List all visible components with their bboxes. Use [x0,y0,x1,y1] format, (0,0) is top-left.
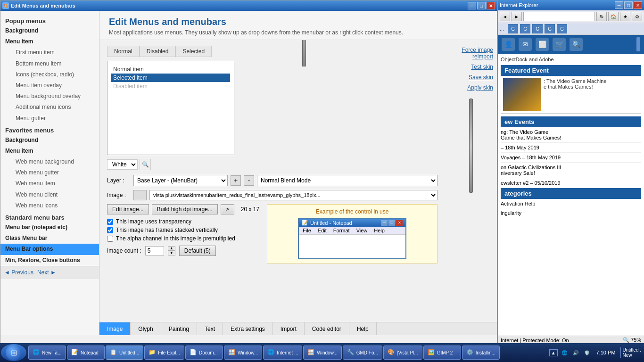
restore-button[interactable]: □ [477,2,486,9]
tab-extra[interactable]: Extra settings [223,322,273,335]
np-close[interactable]: ✕ [396,220,403,226]
search-button[interactable]: 🔍 [140,159,151,170]
sidebar-item-web-item[interactable]: Web menu item [0,178,99,189]
np-minimize[interactable]: ─ [381,220,388,226]
browser-icon-search[interactable]: 🔍 [570,38,583,51]
taskbar-item-gimp[interactable]: 🖼️ GIMP 2 [423,346,461,360]
count-input[interactable] [145,246,164,255]
tab-normal[interactable]: Normal [107,46,140,57]
transparency-checkbox[interactable] [107,219,113,225]
np-edit[interactable]: Edit [315,227,330,234]
sidebar-item-fav-menu[interactable]: Menu item [0,146,99,156]
close-button[interactable]: ✕ [487,2,495,9]
previous-button[interactable]: ◄ Previous [4,269,33,276]
tab-import[interactable]: Import [273,322,305,335]
taskbar-item-document[interactable]: 📄 Docum... [185,346,223,360]
np-restore[interactable]: □ [388,220,395,226]
taskbar-item-internet[interactable]: 🌐 Internet ... [263,346,302,360]
spin-down-button[interactable]: ▼ [168,251,175,255]
address-bar[interactable] [523,12,595,21]
taskbar-item-notepad[interactable]: 📝 Notepad [67,346,105,360]
test-skin-button[interactable]: Test skin [449,63,493,71]
nav-btn-g1[interactable]: G [508,24,518,33]
refresh-button[interactable]: ↻ [596,12,607,21]
tab-image[interactable]: Image [99,322,131,335]
alpha-checkbox[interactable] [107,236,113,242]
edit-image-button[interactable]: Edit image... [107,204,149,214]
taskbar-item-vista[interactable]: 🎨 [Vista Pl... [383,346,422,360]
nav-btn-g4[interactable]: G [545,24,555,33]
taskbar-item-gmd[interactable]: 🔧 GMD Fo... [343,346,382,360]
tray-clock[interactable]: 7:10 PM [594,349,619,356]
sidebar-item-fav-bg[interactable]: Background [0,135,99,146]
remove-layer-button[interactable]: - [244,175,254,186]
taskbar-item-new-tab[interactable]: 🌐 New Ta... [28,346,66,360]
tab-code[interactable]: Code editor [305,322,349,335]
back-button[interactable]: ◄ [500,12,510,21]
taskbar-item-untitled[interactable]: 📋 Untitled... [106,346,143,360]
sidebar-item-web-client[interactable]: Web menu client [0,189,99,200]
spin-up-button[interactable]: ▲ [168,246,175,251]
taskbar-item-installing[interactable]: ⚙️ Installin... [462,346,500,360]
add-layer-button[interactable]: + [231,175,241,186]
show-hidden-icons[interactable]: ▲ [549,349,558,356]
browser-icon-person[interactable]: 👤 [502,38,515,51]
tools-button[interactable]: ⚙ [632,12,642,21]
object-dock-link[interactable]: ObjectDock and Adobe [501,57,641,62]
sidebar-item-overlay[interactable]: Menu item overlay [0,80,99,91]
color-select[interactable]: White Black [107,159,138,170]
tab-selected[interactable]: Selected [175,46,212,57]
sidebar-item-menuitem[interactable]: Menu item [0,36,99,47]
sidebar-item-bottom[interactable]: Bottom menu item [0,58,99,69]
layer-select[interactable]: Base Layer - (MenuBar) [133,175,228,186]
next-button[interactable]: Next ► [37,269,56,276]
nav-btn-g5[interactable]: G [557,24,567,33]
np-format[interactable]: Format [330,227,353,234]
browser-icon-mail[interactable]: ✉ [519,38,532,51]
np-file[interactable]: File [300,227,314,234]
default-button[interactable]: Default (5) [179,246,216,256]
build-high-dpi-button[interactable]: Build high dpi image... [152,204,218,214]
taskbar-item-window1[interactable]: 🪟 Window... [224,346,262,360]
frames-checkbox[interactable] [107,227,113,233]
taskbar-item-window2[interactable]: 🪟 Window... [303,346,341,360]
sidebar-item-bg-overlay[interactable]: Menu background overlay [0,91,99,102]
forward-button[interactable]: ► [512,12,522,21]
browser-close[interactable]: ✕ [634,1,642,9]
sidebar-item-background[interactable]: Background [0,25,99,36]
taskbar-item-file-explorer[interactable]: 📁 File Expl... [144,346,184,360]
tab-glyph[interactable]: Glyph [131,322,161,335]
sidebar-item-additional[interactable]: Additional menu icons [0,102,99,113]
minimize-button[interactable]: ─ [468,2,476,9]
save-skin-button[interactable]: Save skin [449,73,493,82]
tab-text[interactable]: Text [197,322,223,335]
favorites-button[interactable]: ★ [620,12,630,21]
sidebar-item-gutter[interactable]: Menu gutter [0,113,99,124]
np-help[interactable]: Help [371,227,388,234]
sidebar-item-glass[interactable]: Glass Menu bar [0,233,99,244]
sidebar-item-web-menu-bg[interactable]: Web menu background [0,156,99,167]
tab-painting[interactable]: Painting [161,322,197,335]
browser-minimize[interactable]: ─ [615,1,623,9]
force-reimport-button[interactable]: Force image reimport [449,46,493,61]
home-button[interactable]: 🏠 [608,12,619,21]
browser-icon-window[interactable]: ⬜ [536,38,549,51]
sidebar-item-first[interactable]: First menu item [0,47,99,58]
tab-disabled[interactable]: Disabled [140,46,176,57]
browser-icon-cart[interactable]: 🛒 [553,38,566,51]
sidebar-item-icons[interactable]: Icons (checkbox, radio) [0,69,99,80]
nav-btn-g2[interactable]: G [520,24,530,33]
blend-mode-select[interactable]: Normal Blend Mode [257,175,438,186]
sidebar-item-min-restore[interactable]: Min, Restore, Close buttons [0,255,99,266]
browser-restore[interactable]: □ [624,1,633,9]
sidebar-item-options[interactable]: Menu Bar options [0,244,99,255]
image-path-select[interactable]: vista plus\vistaskinmenubaritem_redux_fi… [149,190,438,200]
tab-help[interactable]: Help [349,322,377,335]
np-view[interactable]: View [354,227,371,234]
start-button[interactable]: ⊞ [1,344,26,361]
sidebar-item-web-icons[interactable]: Web menu icons [0,200,99,211]
sidebar-item-menubar[interactable]: Menu bar (notepad etc) [0,222,99,233]
next-image-button[interactable]: > [221,204,234,214]
nav-btn-g3[interactable]: G [532,24,543,33]
apply-skin-button[interactable]: Apply skin [449,83,493,92]
